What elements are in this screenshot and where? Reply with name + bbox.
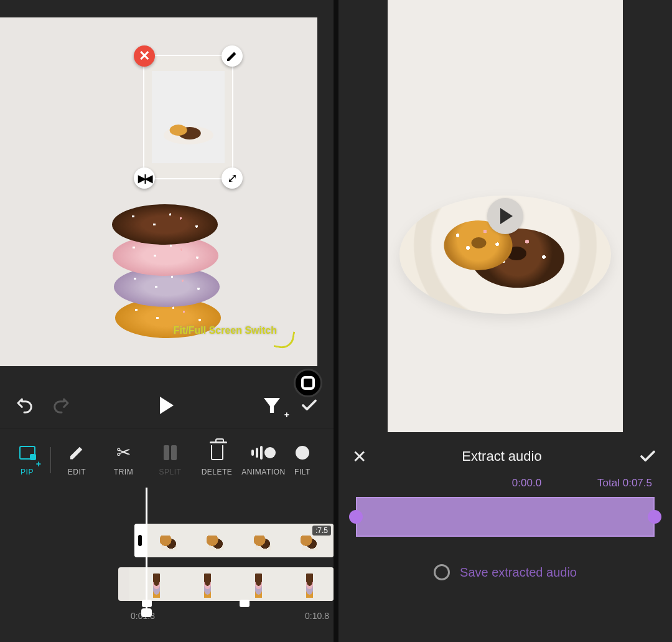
trash-icon xyxy=(211,445,223,460)
tool-label: DELETE xyxy=(202,468,233,476)
fit-full-icon xyxy=(301,376,315,390)
undo-icon xyxy=(15,396,34,415)
tool-label: PIP xyxy=(21,468,34,476)
preview-play-button[interactable] xyxy=(487,198,523,234)
preview-area: ✕ ▶|◀ ⤢ Fit/Full Screen Switch xyxy=(0,0,334,383)
resize-icon: ⤢ xyxy=(227,171,238,186)
pip-edit-button[interactable] xyxy=(222,45,243,67)
save-extracted-audio-toggle[interactable]: Save extracted audio xyxy=(338,564,672,580)
pencil-icon xyxy=(70,446,84,460)
main-track-clip[interactable] xyxy=(118,567,334,601)
tool-label: FILT xyxy=(294,468,310,476)
clip-thumbnail xyxy=(193,524,240,557)
extract-audio-pane: ✕ Extract audio 0:00.0 Total 0:07.5 Save… xyxy=(338,0,672,642)
timeline-marker[interactable] xyxy=(240,600,250,607)
mirror-icon: ▶|◀ xyxy=(138,172,150,184)
tool-label: SPLIT xyxy=(159,468,182,476)
pip-overlay[interactable]: ✕ ▶|◀ ⤢ xyxy=(143,55,233,179)
panel-title: Extract audio xyxy=(462,448,541,465)
grip-icon xyxy=(138,535,142,546)
donut-chocolate xyxy=(112,204,218,245)
tool-row: + PIP EDIT ✂ TRIM SPLIT DELETE ANIMATION… xyxy=(0,428,334,488)
plus-icon: + xyxy=(36,459,42,469)
clip-thumbnail xyxy=(282,567,334,601)
confirm-extract-button[interactable] xyxy=(637,446,658,467)
add-filter-button[interactable]: + xyxy=(261,395,282,416)
scissors-icon: ✂ xyxy=(116,444,131,461)
redo-button[interactable] xyxy=(51,395,72,416)
close-button[interactable]: ✕ xyxy=(352,446,366,467)
close-icon: ✕ xyxy=(352,447,366,466)
hint-arrow-icon xyxy=(274,329,296,351)
play-icon xyxy=(500,208,513,224)
pip-thumb-donut-2 xyxy=(170,125,187,136)
close-icon: ✕ xyxy=(139,48,150,64)
editor-pane: ✕ ▶|◀ ⤢ Fit/Full Screen Switch xyxy=(0,0,334,642)
tool-trim[interactable]: ✂ TRIM xyxy=(100,444,147,476)
pencil-icon xyxy=(227,51,237,61)
audio-range-end-handle[interactable] xyxy=(648,510,661,524)
tool-edit[interactable]: EDIT xyxy=(54,444,100,476)
radio-unchecked-icon xyxy=(434,564,450,580)
video-preview[interactable]: ✕ ▶|◀ ⤢ Fit/Full Screen Switch xyxy=(0,17,317,366)
redo-icon xyxy=(52,396,71,415)
pip-delete-button[interactable]: ✕ xyxy=(134,45,155,67)
clip-trim-handle[interactable] xyxy=(134,524,146,557)
clip-duration-badge: :7.5 xyxy=(312,526,331,536)
fit-full-hint: Fit/Full Screen Switch xyxy=(174,325,277,336)
time-row: 0:00.0 Total 0:07.5 xyxy=(338,477,672,492)
pip-mirror-button[interactable]: ▶|◀ xyxy=(134,168,155,189)
tool-split: SPLIT xyxy=(147,444,194,476)
plus-icon: + xyxy=(284,410,289,420)
playhead[interactable] xyxy=(146,488,147,612)
tool-filter[interactable]: FILT xyxy=(287,444,318,476)
audio-range-track[interactable] xyxy=(356,497,655,537)
timeline-area[interactable]: :7.5 0:01.3 0:10.8 xyxy=(0,488,334,642)
tool-animation[interactable]: ANIMATION xyxy=(240,444,287,476)
undo-button[interactable] xyxy=(14,395,35,416)
split-icon xyxy=(164,445,177,460)
play-button[interactable] xyxy=(156,395,177,416)
timeline-time-label: 0:10.8 xyxy=(305,611,329,621)
extract-audio-header: ✕ Extract audio xyxy=(338,436,672,477)
clip-thumbnail xyxy=(180,567,231,601)
divider xyxy=(50,447,51,473)
audio-range-start-handle[interactable] xyxy=(349,510,363,524)
check-icon xyxy=(300,396,319,415)
check-icon xyxy=(638,447,657,466)
play-icon xyxy=(160,397,174,414)
pip-track-clip[interactable]: :7.5 xyxy=(134,524,334,557)
tool-label: EDIT xyxy=(68,468,86,476)
current-time: 0:00.0 xyxy=(512,477,541,489)
tool-label: ANIMATION xyxy=(241,468,285,476)
pane-divider xyxy=(334,0,338,642)
total-time: Total 0:07.5 xyxy=(597,477,652,489)
tool-label: TRIM xyxy=(114,468,133,476)
audio-source-preview[interactable] xyxy=(388,0,623,432)
fit-full-toggle-button[interactable] xyxy=(294,369,322,397)
tool-pip[interactable]: + PIP xyxy=(4,444,50,476)
filter-icon xyxy=(296,446,309,460)
clip-thumbnail xyxy=(231,567,282,601)
confirm-button[interactable] xyxy=(299,395,320,416)
animation-icon xyxy=(251,446,276,460)
funnel-icon xyxy=(264,398,280,413)
save-extracted-audio-label: Save extracted audio xyxy=(460,565,577,580)
audio-range-bar[interactable] xyxy=(356,497,655,537)
pip-overlay-content xyxy=(152,71,225,163)
preview-content xyxy=(109,195,227,338)
pip-icon xyxy=(19,446,35,460)
tool-delete[interactable]: DELETE xyxy=(194,444,240,476)
clip-thumbnail xyxy=(146,524,193,557)
clip-thumbnail xyxy=(240,524,287,557)
player-controls: + xyxy=(0,383,334,428)
clip-thumbnail xyxy=(129,567,180,601)
pip-resize-handle[interactable]: ⤢ xyxy=(222,168,243,189)
